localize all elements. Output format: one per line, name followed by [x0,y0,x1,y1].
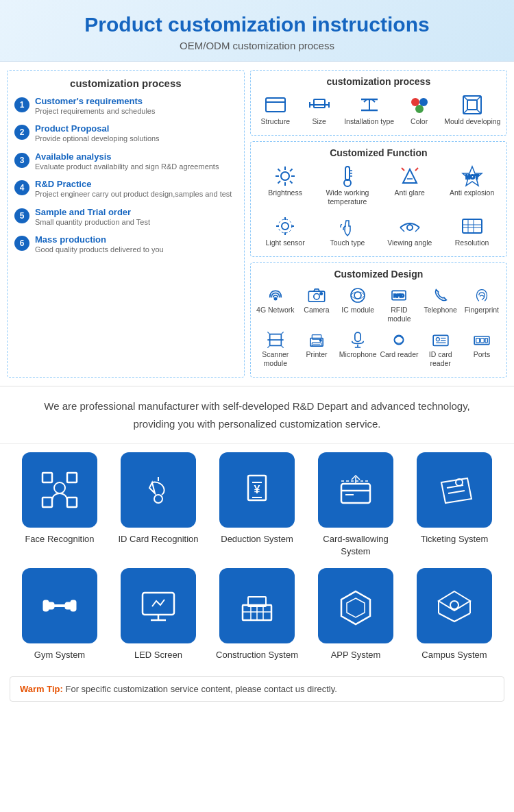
mid-text-content: We are professional manufacturer with se… [44,400,469,430]
app-icon-campus [417,568,492,643]
svg-line-65 [281,345,283,347]
left-section-title: customization process [14,77,237,89]
app-face-recognition: Face Recog­nition [14,452,106,558]
svg-point-119 [450,601,458,609]
app-card-swallowing: Card-swallo­wing System [310,452,402,558]
app-label-campus: Campus System [421,649,487,661]
function-title: Customized Function [255,147,502,158]
app-icon-idcard [121,452,196,528]
step-number: 3 [14,153,29,168]
warm-tip-box: Warm Tip: For specific customization ser… [10,676,504,702]
step-title: Mass production [35,234,164,245]
icon-scanner: Scanner module [255,330,296,369]
icon-touchtype: Touch type [317,214,378,248]
svg-rect-84 [42,473,52,482]
icon-structure: Structure [256,93,294,127]
step-content: Sample and Trial order Small quantity pr… [35,207,150,227]
icon-size: Size [300,93,338,127]
app-led: LED Screen [112,568,204,661]
app-label-led: LED Screen [134,649,182,661]
app-label-idcard: ID Card Recognition [118,533,198,545]
svg-rect-5 [314,99,325,108]
design-title: Customized Design [255,269,502,280]
svg-rect-87 [67,497,77,507]
svg-line-46 [415,227,419,232]
svg-rect-107 [66,603,71,608]
step-desc: Project requirements and schedules [35,106,155,116]
design-icons-row2: Scanner module Printer [255,330,502,371]
mid-text-section: We are professional manufacturer with se… [0,386,514,444]
step-title: Sample and Trial order [35,207,150,217]
design-icons-row1: 4G Network Camera [255,285,502,327]
svg-rect-81 [476,338,480,343]
svg-line-63 [281,332,283,334]
warm-text: For specific customization service conte… [65,684,336,694]
svg-rect-95 [341,484,370,503]
svg-line-26 [290,181,293,184]
svg-point-13 [415,105,424,113]
step-item: 1 Customer's requirements Project requir… [14,96,237,116]
icon-antiglare: Anti glare [379,164,440,207]
svg-point-88 [54,482,65,493]
svg-point-55 [320,292,322,294]
app-icon-ticketing [417,452,492,528]
app-label-appsystem: APP System [331,649,381,661]
svg-point-20 [281,172,289,180]
page-subtitle: OEM/ODM customization process [14,40,500,51]
step-number: 4 [14,180,29,195]
icon-rfid: RFID RFID module [378,285,419,324]
step-desc: Provide optional developing solutions [35,134,160,144]
icon-cardreader: Card reader [378,330,419,369]
two-col-section: customization process 1 Customer's requi… [0,62,514,386]
svg-text:¥: ¥ [254,484,260,495]
header-section: Product customization instructions OEM/O… [0,0,514,62]
step-title: Product Proposal [35,123,160,134]
svg-rect-0 [266,98,285,112]
app-label-gym: Gym System [34,649,85,661]
svg-line-35 [402,168,404,171]
svg-point-44 [407,225,413,230]
warm-label: Warm Tip: [20,684,63,694]
app-gym: Gym System [14,568,106,661]
step-number: 5 [14,208,29,223]
app-label-ticketing: Ticketing System [421,533,489,545]
app-deduction: ¥ Deduction System [211,452,303,558]
step-number: 2 [14,125,29,140]
icon-temperature: Wide working temperature [317,164,378,207]
step-desc: Evaluate product availability and sign R… [35,162,219,172]
function-icons: Brightness Wide working temperature [255,164,502,251]
svg-rect-29 [345,167,350,180]
step-content: R&D Practice Project engineer carry out … [35,179,232,199]
step-content: Customer's requirements Project requirem… [35,96,155,116]
steps-container: 1 Customer's requirements Project requir… [14,96,237,255]
right-col: customization process Structure [250,70,507,378]
icon-printer: Printer [296,330,337,369]
step-item: 3 Available analysis Evaluate product av… [14,151,237,172]
svg-line-25 [278,169,281,171]
svg-rect-82 [480,338,484,343]
step-content: Product Proposal Provide optional develo… [35,123,160,144]
svg-rect-80 [474,336,489,345]
icon-brightness: Brightness [255,164,316,207]
svg-rect-86 [42,497,52,507]
icon-mould: Mould developing [444,93,500,127]
icon-ic: IC module [337,285,378,324]
svg-point-54 [314,293,319,299]
svg-rect-47 [463,219,482,233]
icon-fingerprint: Fingerprint [461,285,502,324]
icon-microphone: Microphone [337,330,378,369]
icon-ports: Ports [461,330,502,369]
step-item: 5 Sample and Trial order Small quantity … [14,207,237,227]
app-campus: Campus System [408,568,500,661]
step-item: 2 Product Proposal Provide optional deve… [14,123,237,144]
icon-lightsensor: Light sensor [255,214,316,248]
svg-line-27 [290,169,293,171]
icon-camera: Camera [296,285,337,324]
svg-rect-71 [355,332,360,341]
customized-function-box: Customized Function [250,141,507,257]
app-icon-cardswallow [318,452,393,528]
svg-point-89 [154,495,162,503]
svg-rect-83 [485,338,487,343]
left-process-col: customization process 1 Customer's requi… [7,70,245,378]
svg-line-62 [267,332,269,334]
